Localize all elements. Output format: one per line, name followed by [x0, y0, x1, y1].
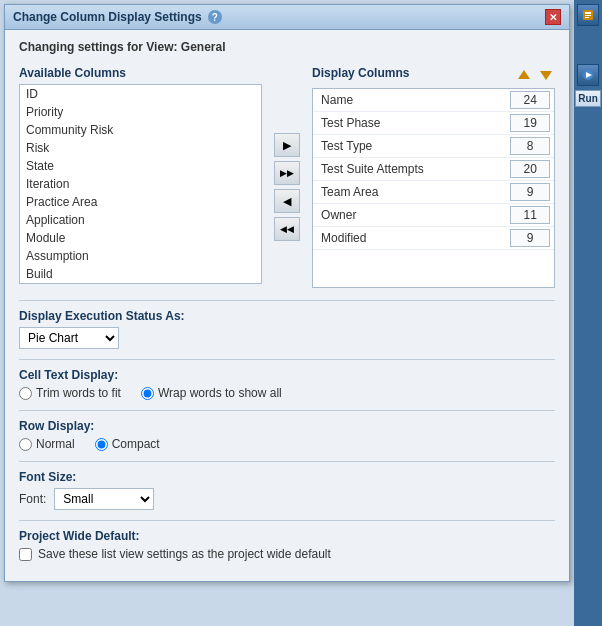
font-row: Font: Small Medium Large: [19, 488, 555, 510]
display-item-value: 11: [510, 206, 550, 224]
available-list-item[interactable]: Build: [20, 265, 261, 283]
display-item-value: 9: [510, 229, 550, 247]
font-label-text: Font:: [19, 492, 46, 506]
execution-status-section: Display Execution Status As: Pie Chart B…: [19, 309, 555, 349]
remove-one-button[interactable]: ◀: [274, 189, 300, 213]
project-default-section: Project Wide Default: Save these list vi…: [19, 529, 555, 561]
title-left: Change Column Display Settings ?: [13, 10, 222, 24]
dialog-titlebar: Change Column Display Settings ? ✕: [5, 5, 569, 30]
run-button[interactable]: Run: [575, 90, 601, 107]
svg-marker-1: [540, 71, 552, 80]
sidebar-button-1[interactable]: [577, 4, 599, 26]
trim-words-option[interactable]: Trim words to fit: [19, 386, 121, 400]
row-display-radio-row: Normal Compact: [19, 437, 555, 451]
display-item-name: Team Area: [317, 185, 510, 199]
display-columns-list[interactable]: Name24Test Phase19Test Type8Test Suite A…: [312, 88, 555, 288]
display-item-name: Test Phase: [317, 116, 510, 130]
project-default-label: Project Wide Default:: [19, 529, 555, 543]
project-default-checkbox[interactable]: [19, 548, 32, 561]
project-default-row: Save these list view settings as the pro…: [19, 547, 555, 561]
help-icon[interactable]: ?: [208, 10, 222, 24]
available-columns-list[interactable]: IDPriorityCommunity RiskRiskStateIterati…: [19, 84, 262, 284]
dialog-body: Changing settings for View: General Avai…: [5, 30, 569, 581]
cell-text-display-section: Cell Text Display: Trim words to fit Wra…: [19, 368, 555, 400]
change-column-dialog: Change Column Display Settings ? ✕ Chang…: [4, 4, 570, 582]
sort-up-icon[interactable]: [515, 66, 533, 84]
available-columns-section: Available Columns IDPriorityCommunity Ri…: [19, 66, 262, 288]
display-list-item[interactable]: Modified9: [313, 227, 554, 250]
normal-option[interactable]: Normal: [19, 437, 75, 451]
view-info: Changing settings for View: General: [19, 40, 555, 54]
project-default-text: Save these list view settings as the pro…: [38, 547, 331, 561]
sort-icons: [515, 66, 555, 84]
display-list-item[interactable]: Test Type8: [313, 135, 554, 158]
normal-radio[interactable]: [19, 438, 32, 451]
columns-area: Available Columns IDPriorityCommunity Ri…: [19, 66, 555, 288]
dialog-title: Change Column Display Settings: [13, 10, 202, 24]
display-item-value: 8: [510, 137, 550, 155]
execution-status-select[interactable]: Pie Chart Bar Chart Text: [19, 327, 119, 349]
display-item-name: Name: [317, 93, 510, 107]
wrap-words-radio[interactable]: [141, 387, 154, 400]
right-sidebar: Run: [574, 0, 602, 626]
available-list-item[interactable]: Priority: [20, 103, 261, 121]
display-item-value: 20: [510, 160, 550, 178]
display-item-name: Test Type: [317, 139, 510, 153]
display-list-item[interactable]: Test Phase19: [313, 112, 554, 135]
trim-words-radio[interactable]: [19, 387, 32, 400]
display-item-name: Modified: [317, 231, 510, 245]
available-list-item[interactable]: Assumption: [20, 247, 261, 265]
svg-rect-3: [585, 12, 591, 14]
font-size-select[interactable]: Small Medium Large: [54, 488, 154, 510]
display-list-item[interactable]: Owner11: [313, 204, 554, 227]
add-one-button[interactable]: ▶: [274, 133, 300, 157]
cell-text-display-label: Cell Text Display:: [19, 368, 555, 382]
execution-status-label: Display Execution Status As:: [19, 309, 555, 323]
transfer-buttons: ▶ ▶▶ ◀ ◀◀: [270, 86, 304, 288]
remove-all-button[interactable]: ◀◀: [274, 217, 300, 241]
row-display-label: Row Display:: [19, 419, 555, 433]
available-list-item[interactable]: Validates Requirement Collection: [20, 283, 261, 284]
display-list-item[interactable]: Name24: [313, 89, 554, 112]
display-item-name: Test Suite Attempts: [317, 162, 510, 176]
svg-rect-5: [585, 17, 589, 18]
available-list-item[interactable]: ID: [20, 85, 261, 103]
row-display-section: Row Display: Normal Compact: [19, 419, 555, 451]
compact-radio[interactable]: [95, 438, 108, 451]
svg-marker-0: [518, 70, 530, 79]
display-columns-label: Display Columns: [312, 66, 409, 80]
display-columns-section: Display Columns: [312, 66, 555, 288]
display-list-item[interactable]: Test Suite Attempts20: [313, 158, 554, 181]
display-item-value: 24: [510, 91, 550, 109]
compact-option[interactable]: Compact: [95, 437, 160, 451]
display-item-value: 19: [510, 114, 550, 132]
add-all-button[interactable]: ▶▶: [274, 161, 300, 185]
font-size-section: Font Size: Font: Small Medium Large: [19, 470, 555, 510]
available-list-item[interactable]: Community Risk: [20, 121, 261, 139]
sort-down-icon[interactable]: [537, 66, 555, 84]
available-list-item[interactable]: Application: [20, 211, 261, 229]
available-columns-label: Available Columns: [19, 66, 262, 80]
close-button[interactable]: ✕: [545, 9, 561, 25]
display-columns-header: Display Columns: [312, 66, 555, 84]
available-list-item[interactable]: Risk: [20, 139, 261, 157]
available-list-item[interactable]: Module: [20, 229, 261, 247]
cell-text-radio-row: Trim words to fit Wrap words to show all: [19, 386, 555, 400]
svg-rect-4: [585, 15, 591, 16]
available-list-item[interactable]: Practice Area: [20, 193, 261, 211]
display-item-name: Owner: [317, 208, 510, 222]
wrap-words-option[interactable]: Wrap words to show all: [141, 386, 282, 400]
sidebar-button-2[interactable]: [577, 64, 599, 86]
font-size-label: Font Size:: [19, 470, 555, 484]
available-list-item[interactable]: Iteration: [20, 175, 261, 193]
display-list-item[interactable]: Team Area9: [313, 181, 554, 204]
available-list-item[interactable]: State: [20, 157, 261, 175]
display-item-value: 9: [510, 183, 550, 201]
